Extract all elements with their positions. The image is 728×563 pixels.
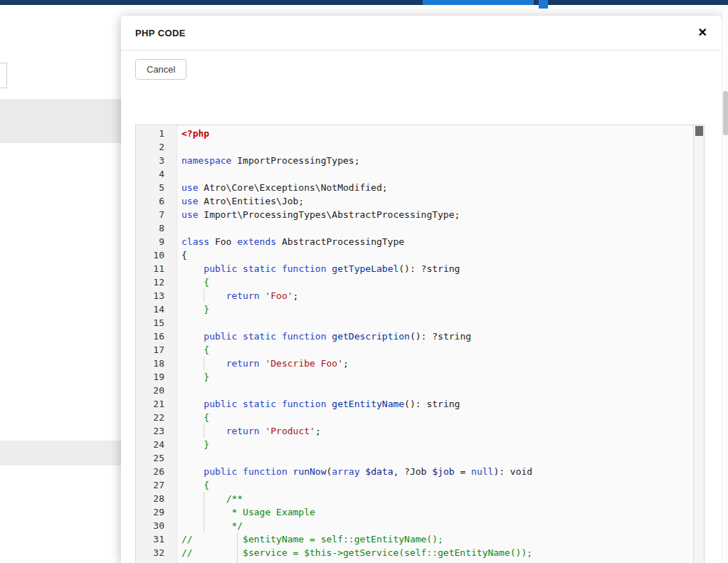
code-line: 18 return 'Describe Foo'; <box>136 357 693 370</box>
code-line: 15 <box>136 316 693 330</box>
page-scrollbar[interactable] <box>722 5 728 563</box>
page-background-box <box>0 63 7 88</box>
code-line: 1<?php <box>136 127 693 140</box>
code-text: { <box>177 275 693 289</box>
code-text: { <box>177 248 693 262</box>
code-line: 17 { <box>136 343 693 357</box>
code-text: // <box>177 559 693 563</box>
code-text: } <box>177 302 693 316</box>
line-number: 24 <box>136 438 177 451</box>
line-number: 29 <box>136 505 177 519</box>
indent-guide <box>204 519 204 532</box>
code-line: 32// $service = $this->getService(self::… <box>136 546 693 559</box>
code-line: 30 */ <box>136 519 693 532</box>
line-number: 9 <box>136 235 177 248</box>
code-line: 23 return 'Product'; <box>136 424 693 438</box>
php-code-editor[interactable]: 1<?php23namespace ImportProcessingTypes;… <box>135 125 705 563</box>
line-number: 33 <box>136 559 177 563</box>
line-number: 26 <box>136 465 177 478</box>
php-code-modal: PHP CODE ✕ Cancel 1<?php23namespace Impo… <box>121 16 722 563</box>
code-text: { <box>177 478 693 492</box>
code-text: <?php <box>177 127 693 140</box>
code-text: // $entityName = self::getEntityName(); <box>177 532 693 546</box>
indent-guide <box>204 492 204 505</box>
modal-header: PHP CODE ✕ <box>121 16 722 51</box>
line-number: 5 <box>136 181 177 194</box>
indent-guide <box>204 289 204 302</box>
code-text: /** <box>177 492 693 505</box>
code-text: * Usage Example <box>177 505 693 519</box>
indent-guide <box>237 546 238 559</box>
code-text <box>177 451 693 465</box>
code-line: 21 public static function getEntityName(… <box>136 397 693 411</box>
code-text: { <box>177 411 693 424</box>
code-line: 19 } <box>136 370 693 384</box>
indent-guide <box>237 559 238 563</box>
line-number: 6 <box>136 194 177 208</box>
code-line: 8 <box>136 221 693 235</box>
code-line: 22 { <box>136 411 693 424</box>
line-number: 13 <box>136 289 177 302</box>
code-line: 26 public function runNow(array $data, ?… <box>136 465 693 478</box>
line-number: 7 <box>136 208 177 221</box>
code-text: public static function getTypeLabel(): ?… <box>177 262 693 275</box>
code-lines: 1<?php23namespace ImportProcessingTypes;… <box>136 125 693 563</box>
close-button[interactable]: ✕ <box>694 26 712 40</box>
line-number: 8 <box>136 221 177 235</box>
code-line: 14 } <box>136 302 693 316</box>
line-number: 4 <box>136 167 177 181</box>
line-number: 18 <box>136 357 177 370</box>
line-number: 30 <box>136 519 177 532</box>
page-background-block <box>0 441 121 465</box>
code-line: 31// $entityName = self::getEntityName()… <box>136 532 693 546</box>
code-line: 20 <box>136 384 693 397</box>
code-text <box>177 384 693 397</box>
line-number: 21 <box>136 397 177 411</box>
code-text: use Atro\Core\Exceptions\NotModified; <box>177 181 693 194</box>
line-number: 2 <box>136 140 177 154</box>
editor-scrollbar[interactable] <box>693 125 704 563</box>
code-text: */ <box>177 519 693 532</box>
code-text: use Atro\Entities\Job; <box>177 194 693 208</box>
code-line: 10{ <box>136 248 693 262</box>
editor-scrollbar-thumb[interactable] <box>695 126 703 136</box>
code-line: 2 <box>136 140 693 154</box>
line-number: 20 <box>136 384 177 397</box>
code-text <box>177 221 693 235</box>
code-line: 7use Import\ProcessingTypes\AbstractProc… <box>136 208 693 221</box>
top-navbar <box>0 0 728 5</box>
modal-body: Cancel 1<?php23namespace ImportProcessin… <box>121 51 722 563</box>
code-line: 28 /** <box>136 492 693 505</box>
code-text: return 'Describe Foo'; <box>177 357 693 370</box>
navbar-icon-fragment[interactable] <box>539 0 548 9</box>
line-number: 22 <box>136 411 177 424</box>
page-background-block <box>0 99 121 143</box>
line-number: 25 <box>136 451 177 465</box>
code-line: 11 public static function getTypeLabel()… <box>136 262 693 275</box>
indent-guide <box>237 532 238 546</box>
indent-guide <box>204 505 204 519</box>
code-text: { <box>177 343 693 357</box>
line-number: 31 <box>136 532 177 546</box>
primary-button-fragment[interactable] <box>423 0 534 5</box>
line-number: 28 <box>136 492 177 505</box>
line-number: 19 <box>136 370 177 384</box>
code-line: 33// <box>136 559 693 563</box>
code-text: public static function getEntityName(): … <box>177 397 693 411</box>
indent-guide <box>204 357 204 370</box>
page-scrollbar-thumb[interactable] <box>723 91 728 135</box>
code-line: 3namespace ImportProcessingTypes; <box>136 154 693 167</box>
code-text: namespace ImportProcessingTypes; <box>177 154 693 167</box>
line-number: 14 <box>136 302 177 316</box>
code-line: 6use Atro\Entities\Job; <box>136 194 693 208</box>
code-line: 5use Atro\Core\Exceptions\NotModified; <box>136 181 693 194</box>
code-text <box>177 167 693 181</box>
line-number: 1 <box>136 127 177 140</box>
code-text: } <box>177 438 693 451</box>
code-text: public static function getDescription():… <box>177 330 693 343</box>
code-text <box>177 316 693 330</box>
line-number: 12 <box>136 275 177 289</box>
cancel-button[interactable]: Cancel <box>135 59 186 80</box>
code-line: 25 <box>136 451 693 465</box>
code-text: } <box>177 370 693 384</box>
